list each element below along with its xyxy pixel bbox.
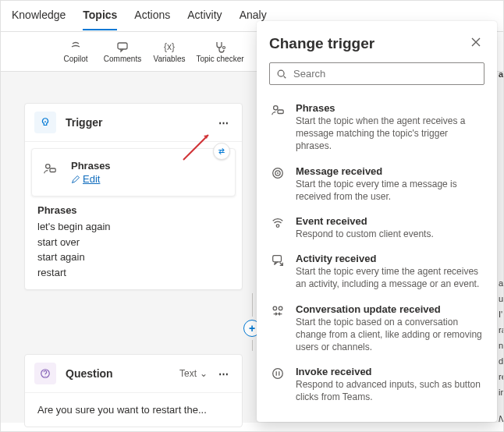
target-icon [269, 165, 286, 203]
lightbulb-icon [34, 112, 56, 133]
trigger-option-invoke-received[interactable]: Invoke receivedRespond to advanced input… [269, 359, 484, 409]
svg-point-12 [276, 225, 279, 228]
stethoscope-icon [214, 40, 226, 54]
change-trigger-button[interactable] [213, 143, 230, 160]
trigger-option-event-received[interactable]: Event receivedRespond to custom client e… [269, 209, 484, 246]
toolbar-comments-label: Comments [104, 55, 141, 63]
trigger-card-title: Phrases [71, 160, 222, 172]
popover-title: Change trigger [269, 35, 467, 52]
phrases-list: Phrases let's begin again start over sta… [28, 204, 239, 289]
question-node-title: Question [66, 367, 179, 380]
question-node: Question Text ⌄ ⋯ Are you sure you want … [24, 354, 243, 427]
svg-rect-13 [273, 256, 282, 262]
phrase-item: start again [37, 250, 229, 265]
search-icon [276, 69, 287, 80]
question-node-more-button[interactable]: ⋯ [215, 366, 232, 381]
svg-point-3 [46, 165, 50, 168]
toolbar-copilot[interactable]: Copilot [55, 40, 96, 63]
chevron-down-icon: ⌄ [200, 368, 208, 379]
trigger-option-conversation-update[interactable]: Conversation update receivedStart the to… [269, 297, 484, 360]
bleed-panel: ag a u I' ra na documents, V regulations… [499, 69, 503, 428]
trigger-node-more-button[interactable]: ⋯ [215, 115, 232, 130]
person-chat-icon [269, 102, 286, 153]
search-field[interactable] [269, 62, 484, 85]
trigger-node: Trigger ⋯ Phrases Edit Phrases let's beg… [24, 103, 243, 290]
svg-rect-4 [50, 168, 55, 172]
toolbar-variables[interactable]: {x} Variables [149, 40, 190, 63]
trigger-phrases-card: Phrases Edit [31, 148, 236, 197]
toolbar-topic-checker-label: Topic checker [196, 55, 243, 63]
svg-point-2 [44, 121, 46, 122]
change-trigger-popover: Change trigger PhrasesStart the topic wh… [257, 21, 497, 422]
chat-arrow-icon [269, 253, 286, 290]
close-icon [470, 37, 481, 48]
edit-label: Edit [83, 173, 100, 185]
node-connector [252, 293, 253, 317]
toolbar-variables-label: Variables [154, 55, 186, 63]
question-type-dropdown[interactable]: Text ⌄ [179, 368, 208, 379]
tab-activity[interactable]: Activity [187, 9, 222, 29]
variables-icon: {x} [164, 40, 175, 54]
svg-point-15 [279, 306, 282, 310]
node-connector [252, 340, 253, 351]
pause-circle-icon [269, 366, 286, 403]
svg-point-1 [223, 47, 225, 49]
svg-point-7 [274, 106, 278, 110]
trigger-option-message-received[interactable]: Message receivedStart the topic every ti… [269, 159, 484, 209]
tab-topics[interactable]: Topics [83, 9, 117, 30]
comment-icon [116, 40, 129, 54]
question-body-text: Are you sure you want to restart the... [25, 393, 242, 427]
search-input[interactable] [293, 68, 477, 80]
toolbar-comments[interactable]: Comments [102, 40, 143, 63]
trigger-node-header: Trigger ⋯ [25, 104, 242, 142]
trigger-option-activity-received[interactable]: Activity receivedStart the topic every t… [269, 246, 484, 296]
toolbar-copilot-label: Copilot [63, 55, 87, 63]
people-swap-icon [269, 303, 286, 354]
trigger-node-title: Trigger [66, 116, 215, 129]
close-button[interactable] [467, 34, 484, 53]
svg-point-14 [273, 306, 277, 310]
trigger-option-phrases[interactable]: PhrasesStart the topic when the agent re… [269, 96, 484, 159]
tab-knowledge[interactable]: Knowledge [12, 9, 66, 29]
toolbar-topic-checker[interactable]: Topic checker [196, 40, 244, 63]
question-icon [34, 363, 56, 384]
phrase-item: restart [37, 265, 229, 281]
phrase-item: start over [37, 235, 229, 250]
copilot-icon [69, 40, 82, 54]
phrases-heading: Phrases [37, 204, 229, 216]
svg-point-16 [273, 369, 283, 379]
person-chat-icon [43, 161, 57, 178]
svg-point-6 [278, 70, 284, 76]
edit-phrases-link[interactable]: Edit [71, 173, 222, 185]
phrase-item: let's begin again [37, 219, 229, 235]
tab-actions[interactable]: Actions [134, 9, 170, 29]
svg-point-11 [277, 172, 279, 174]
broadcast-icon [269, 215, 286, 240]
svg-rect-8 [278, 110, 283, 114]
svg-rect-0 [118, 43, 127, 49]
